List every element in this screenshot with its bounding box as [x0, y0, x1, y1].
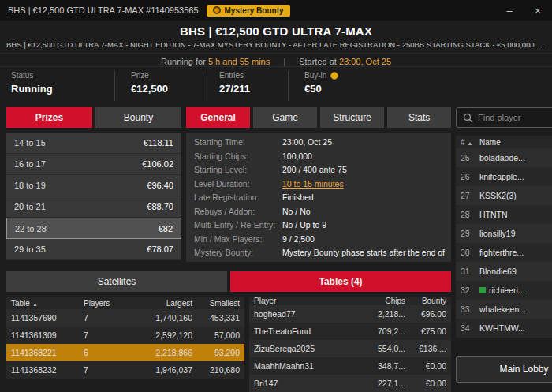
column-header-players[interactable]: Players: [84, 299, 129, 308]
close-button[interactable]: ×: [524, 0, 552, 21]
table-row[interactable]: 1141368232 7 1,946,037 210,680: [6, 361, 244, 379]
player-chips: €82: [539, 210, 552, 219]
prize-value: €12,500: [131, 83, 187, 95]
mystery-bounty-badge: Mystery Bounty: [207, 5, 290, 17]
player-name-text: richieeri...: [489, 286, 525, 295]
player-rank: 33: [461, 304, 479, 314]
player-chips: 93,200: [539, 172, 552, 181]
main-content: Prizes Bounty 14 to 15 €118.11 16 to 17 …: [0, 101, 552, 392]
table-players-count: 7: [84, 365, 129, 375]
prize-list: 14 to 15 €118.11 16 to 17 €106.02 18 to …: [6, 133, 181, 262]
sort-ascending-icon: ▲: [32, 301, 38, 307]
table-player-row[interactable]: ZizuSerega2025 554,0... €136....: [249, 340, 451, 357]
table-player-bounty: €136....: [405, 344, 446, 353]
buyin-label-text: Buy-in: [304, 71, 326, 80]
prizes-column: Prizes Bounty 14 to 15 €118.11 16 to 17 …: [6, 107, 181, 262]
player-chips: €78.07: [539, 229, 552, 238]
window-title: BHS | €12,500 GTD ULTRA 7-MAX #114095356…: [8, 6, 199, 15]
tournament-lobby-window: BHS | €12,500 GTD ULTRA 7-MAX #114095356…: [0, 0, 552, 392]
player-name: Blondie69: [479, 267, 539, 276]
tab-structure[interactable]: Structure: [320, 107, 384, 128]
prize-range: 16 to 17: [14, 159, 46, 169]
detail-row: Level Duration: 10 to 15 minutes: [194, 180, 445, 189]
table-row[interactable]: 1141361309 7 2,592,120 57,000: [6, 327, 244, 344]
column-header-bounty[interactable]: Bounty: [405, 297, 446, 305]
table-player-row[interactable]: hoghead77 2,218... €96.00: [249, 305, 451, 323]
prize-row[interactable]: 29 to 35 €78.07: [6, 239, 181, 260]
search-icon: [463, 113, 473, 123]
tab-game[interactable]: Game: [253, 107, 317, 128]
detail-row: Starting Time: 23:00, Oct 25: [194, 138, 445, 147]
player-name: fighterthre...: [479, 248, 539, 257]
bottom-row: Table▲ Players Largest Smallest 11413576…: [6, 297, 451, 392]
column-header-chips[interactable]: Chips: [539, 138, 552, 147]
table-row-selected[interactable]: 1141368221 6 2,218,866 93,200: [6, 344, 244, 361]
prize-row[interactable]: 14 to 15 €118.11: [6, 133, 181, 154]
table-player-chips: 2,218...: [369, 309, 405, 319]
table-player-row[interactable]: Bri147 227,1... €0.00: [249, 375, 451, 392]
tournament-details-panel: Starting Time: 23:00, Oct 25 Starting Ch…: [186, 133, 451, 262]
tab-tables[interactable]: Tables (4): [230, 271, 451, 292]
column-header-smallest[interactable]: Smallest: [192, 299, 240, 308]
player-row[interactable]: 33 whalekeen... €78.07 €0.00: [456, 300, 552, 319]
player-rank: 31: [461, 267, 479, 276]
tables-list-header: Table▲ Players Largest Smallest: [6, 297, 244, 309]
table-player-name: hoghead77: [254, 309, 369, 319]
prize-row[interactable]: 20 to 21 €88.70: [6, 196, 181, 218]
prize-amount: €78.07: [147, 245, 173, 254]
level-duration-link[interactable]: 10 to 15 minutes: [282, 180, 344, 189]
table-largest-stack: 2,592,120: [129, 330, 192, 340]
column-header-chips[interactable]: Chips: [369, 297, 405, 305]
detail-value: 100,000: [282, 152, 312, 161]
player-row[interactable]: 25 boladaode... 145,570 €0.00: [456, 148, 552, 167]
prizes-tabs: Prizes Bounty: [6, 107, 181, 128]
players-list: #▲ Name Chips Bounty 25 boladaode... 145…: [456, 136, 552, 338]
player-row[interactable]: 27 KSSK2(3) 57,000 €0.00: [456, 186, 552, 205]
column-header-name[interactable]: Name: [479, 138, 539, 147]
prize-amount: €88.70: [147, 202, 173, 211]
player-row[interactable]: 29 lionsilly19 €78.07 €811.25: [456, 224, 552, 243]
column-header-largest[interactable]: Largest: [129, 299, 192, 308]
prize-row[interactable]: 18 to 19 €96.40: [6, 175, 181, 196]
table-player-row[interactable]: MaahhMaahn31 348,7... €0.00: [249, 357, 451, 375]
prize-row[interactable]: 16 to 17 €106.02: [6, 154, 181, 175]
table-row[interactable]: 1141357690 7 1,740,160 453,331: [6, 309, 244, 327]
column-header-table[interactable]: Table▲: [11, 299, 84, 308]
tab-prizes[interactable]: Prizes: [6, 107, 92, 128]
player-row[interactable]: 30 fighterthre... €78.07 €0.00: [456, 243, 552, 262]
player-chips: €78.07: [539, 248, 552, 257]
entries-label: Entries: [219, 71, 272, 80]
table-players-panel: Player Chips Bounty hoghead77 2,218... €…: [249, 297, 451, 392]
footer-actions: Main Lobby ☆: [456, 356, 552, 383]
prize-amount: €82: [159, 224, 173, 233]
player-row[interactable]: 32 richieeri... €78.07 €0.00: [456, 281, 552, 300]
search-input[interactable]: [478, 113, 552, 122]
status-cell: Status Running: [11, 71, 115, 101]
prize-amount: €106.02: [142, 159, 173, 169]
table-player-row[interactable]: TheTreatoFund 709,2... €75.00: [249, 323, 451, 340]
player-row[interactable]: 28 HTNTN €82 €0.00: [456, 205, 552, 224]
table-player-name: TheTreatoFund: [254, 327, 369, 336]
player-row[interactable]: 31 Blondie69 €78.07 €21.00: [456, 262, 552, 281]
player-rank: 34: [461, 323, 479, 333]
player-row[interactable]: 34 KWHTMW... €78.07 €0.00: [456, 319, 552, 338]
tab-satellites[interactable]: Satellites: [6, 271, 227, 292]
detail-label: Level Duration:: [194, 180, 282, 189]
player-row[interactable]: 26 knifeapple... 93,200 €0.00: [456, 167, 552, 186]
tab-stats[interactable]: Stats: [387, 107, 451, 128]
column-header-rank[interactable]: #▲: [461, 138, 479, 147]
table-id: 1141368221: [11, 348, 84, 357]
main-lobby-button[interactable]: Main Lobby: [456, 356, 552, 383]
tab-general[interactable]: General: [186, 107, 250, 128]
player-name: lionsilly19: [479, 229, 539, 238]
search-box[interactable]: [456, 107, 552, 128]
player-rank: 27: [461, 191, 479, 200]
player-rank: 32: [461, 286, 479, 295]
detail-label: Rebuys / Addon:: [194, 207, 282, 216]
minimize-button[interactable]: –: [495, 0, 524, 21]
tab-bounty[interactable]: Bounty: [95, 107, 181, 128]
column-header-player[interactable]: Player: [254, 297, 369, 305]
prize-row-selected[interactable]: 22 to 28 €82: [6, 218, 181, 239]
table-players-rows: hoghead77 2,218... €96.00 TheTreatoFund …: [249, 305, 451, 392]
player-rank: 29: [461, 229, 479, 238]
